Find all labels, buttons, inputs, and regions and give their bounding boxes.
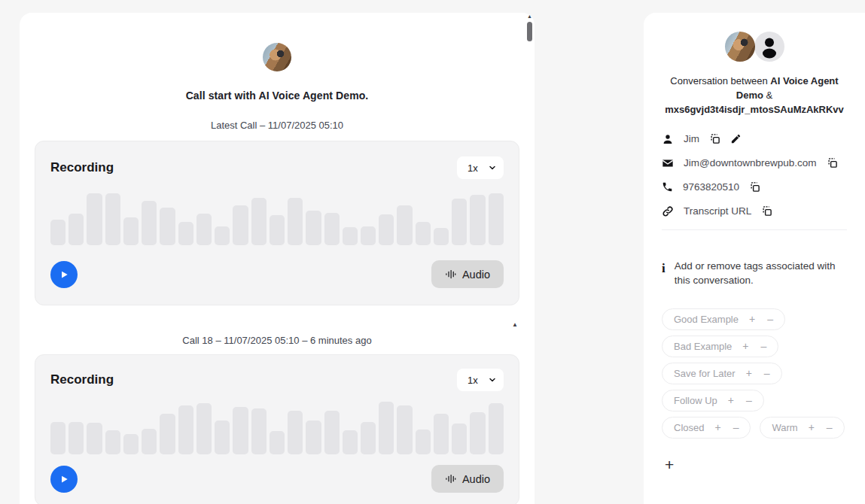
waveform-bar xyxy=(233,407,248,454)
waveform-bar xyxy=(50,220,65,245)
waveform-bar xyxy=(270,431,285,454)
copy-icon xyxy=(749,181,760,193)
copy-icon xyxy=(709,133,720,144)
copy-icon xyxy=(827,157,838,169)
recording-card-call-18: Recording 1x Audio xyxy=(35,354,519,504)
waveform-bar xyxy=(434,414,449,454)
tags-list: Good Example+–Bad Example+–Save for Late… xyxy=(662,308,854,444)
divider xyxy=(662,229,847,230)
tag-add-button[interactable]: + xyxy=(728,395,734,405)
copy-email-button[interactable] xyxy=(827,157,838,169)
waveform-bar xyxy=(251,408,267,454)
contact-phone-row: 9763820510 xyxy=(662,181,847,193)
transcript-url-row: Transcript URL xyxy=(662,205,847,217)
tag-pill-warm: Warm+– xyxy=(760,417,844,439)
tag-pill-bad-example: Bad Example+– xyxy=(662,335,778,357)
audio-button[interactable]: Audio xyxy=(431,465,504,493)
recording-card-latest: Recording 1x Audio xyxy=(35,141,519,305)
contact-email-row: Jim@downtownbrewpub.com xyxy=(662,157,847,169)
scrollbar[interactable]: ▲ xyxy=(526,13,534,504)
mail-icon xyxy=(662,157,674,169)
playback-speed-select[interactable]: 1x xyxy=(457,369,504,391)
waveform-bar xyxy=(87,193,102,245)
tag-remove-button[interactable]: – xyxy=(767,314,773,324)
tag-remove-button[interactable]: – xyxy=(761,341,767,351)
contact-phone: 9763820510 xyxy=(683,181,739,193)
waveform-bar xyxy=(178,222,193,245)
scrollbar-thumb[interactable] xyxy=(527,22,532,41)
copy-phone-button[interactable] xyxy=(749,181,760,193)
contact-name: Jim xyxy=(684,133,699,144)
waveform-bar xyxy=(69,214,84,245)
waveform-bar xyxy=(397,205,412,245)
copy-name-button[interactable] xyxy=(709,133,720,144)
tag-add-button[interactable]: + xyxy=(742,341,748,351)
play-button[interactable] xyxy=(50,466,78,493)
waveform-bar xyxy=(324,411,340,454)
scroll-up-arrow-icon[interactable]: ▲ xyxy=(527,14,532,20)
tag-remove-button[interactable]: – xyxy=(827,422,833,433)
waveform xyxy=(50,400,504,454)
waveform-bar xyxy=(416,430,431,454)
waveform-bar xyxy=(105,193,120,245)
play-button[interactable] xyxy=(50,261,78,288)
call-start-title: Call start with AI Voice Agent Demo. xyxy=(35,90,519,102)
recording-title: Recording xyxy=(50,372,114,387)
audio-wave-icon xyxy=(445,473,456,484)
conversation-panel: Call start with AI Voice Agent Demo. Lat… xyxy=(20,13,535,504)
call-18-label: Call 18 – 11/07/2025 05:10 – 6 minutes a… xyxy=(35,335,519,346)
tag-add-button[interactable]: + xyxy=(749,314,755,324)
tags-help: i Add or remove tags associated with thi… xyxy=(662,259,847,288)
tag-label: Follow Up xyxy=(674,395,717,406)
waveform-bar xyxy=(434,228,449,245)
waveform-bar xyxy=(69,422,84,454)
tag-add-button[interactable]: + xyxy=(809,422,815,433)
waveform-bar xyxy=(233,205,248,245)
collapse-arrow-icon[interactable]: ▲ xyxy=(512,322,518,329)
tag-add-button[interactable]: + xyxy=(746,368,752,378)
contact-email: Jim@downtownbrewpub.com xyxy=(684,157,817,169)
waveform-bar xyxy=(324,213,340,245)
tag-pill-closed: Closed+– xyxy=(662,417,751,439)
tag-remove-button[interactable]: – xyxy=(746,395,752,405)
tag-remove-button[interactable]: – xyxy=(764,368,770,378)
tag-add-button[interactable]: + xyxy=(714,422,720,433)
waveform-bar xyxy=(489,193,504,245)
audio-button-label: Audio xyxy=(462,473,490,485)
contact-sidebar: Conversation between AI Voice Agent Demo… xyxy=(644,13,865,504)
tag-remove-button[interactable]: – xyxy=(733,422,739,433)
add-tag-button[interactable]: + xyxy=(665,457,674,472)
person-silhouette-icon xyxy=(754,32,784,62)
waveform-bar xyxy=(215,226,230,245)
person-icon xyxy=(662,133,674,145)
waveform-bar xyxy=(196,403,212,454)
contact-avatar xyxy=(754,32,784,62)
waveform-bar xyxy=(470,195,485,245)
waveform-bar xyxy=(489,403,504,454)
waveform-bar xyxy=(270,215,285,245)
waveform-bar xyxy=(123,217,139,245)
tag-label: Closed xyxy=(674,422,704,433)
waveform-bar xyxy=(379,214,394,245)
edit-name-button[interactable] xyxy=(730,133,742,144)
tag-pill-follow-up: Follow Up+– xyxy=(662,390,764,411)
playback-speed-select[interactable]: 1x xyxy=(457,156,504,179)
waveform-bar xyxy=(470,412,485,454)
waveform-bar xyxy=(50,422,65,454)
contact-name-row: Jim xyxy=(662,133,847,145)
waveform-bar xyxy=(123,434,139,454)
audio-button[interactable]: Audio xyxy=(431,260,504,288)
copy-icon xyxy=(761,205,772,217)
waveform-bar xyxy=(196,214,212,245)
latest-call-label: Latest Call – 11/07/2025 05:10 xyxy=(35,120,519,131)
copy-transcript-button[interactable] xyxy=(761,205,772,217)
tag-pill-save-for-later: Save for Later+– xyxy=(662,363,782,384)
waveform-bar xyxy=(452,199,467,245)
tag-label: Save for Later xyxy=(674,368,736,379)
waveform-bar xyxy=(361,422,376,454)
tag-label: Good Example xyxy=(674,314,739,325)
waveform-bar xyxy=(452,424,467,454)
agent-name-text: AI Voice Agent Demo. xyxy=(258,90,368,102)
waveform-bar xyxy=(343,430,358,454)
transcript-url-link[interactable]: Transcript URL xyxy=(684,205,751,217)
